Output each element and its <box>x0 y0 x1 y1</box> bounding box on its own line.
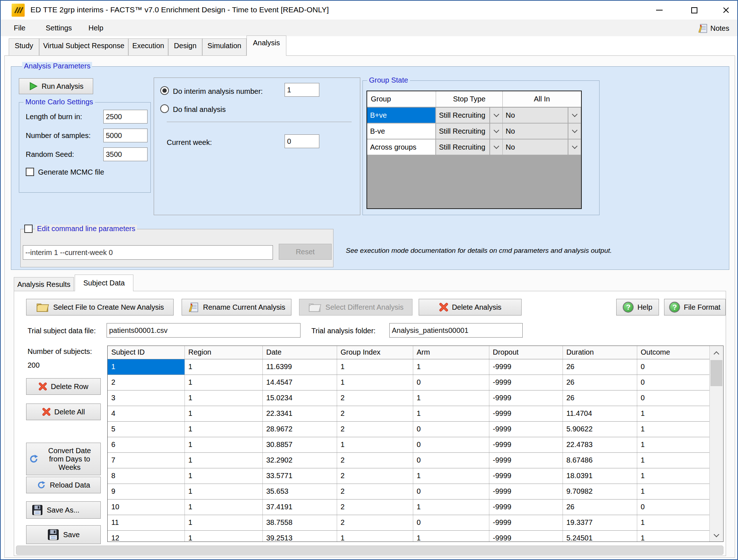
minimize-button[interactable] <box>653 4 666 16</box>
table-cell[interactable]: 11.4704 <box>563 406 637 421</box>
table-cell[interactable]: 9.70982 <box>563 484 637 499</box>
table-cell[interactable]: 8 <box>108 468 184 484</box>
table-cell[interactable]: 0 <box>413 421 489 437</box>
table-cell[interactable]: 18.0391 <box>563 468 637 484</box>
table-cell[interactable]: 1 <box>337 375 413 390</box>
final-analysis-radio[interactable] <box>160 104 169 113</box>
table-cell[interactable]: 1 <box>637 406 709 421</box>
table-cell[interactable]: 2 <box>337 421 413 437</box>
table-cell[interactable]: 0 <box>637 390 709 406</box>
table-cell[interactable]: 5.90622 <box>563 421 637 437</box>
table-cell[interactable]: -9999 <box>489 359 563 375</box>
samples-field[interactable] <box>103 129 148 142</box>
table-cell[interactable]: 6 <box>108 437 184 452</box>
table-cell[interactable]: 0 <box>413 515 489 530</box>
table-cell[interactable]: 1 <box>637 421 709 437</box>
table-cell[interactable]: 1 <box>184 359 262 375</box>
table-cell[interactable]: 19.3377 <box>563 515 637 530</box>
table-cell[interactable]: 1 <box>337 530 413 542</box>
table-cell[interactable]: -9999 <box>489 484 563 499</box>
table-cell[interactable]: 0 <box>413 484 489 499</box>
seed-field[interactable] <box>103 147 148 161</box>
table-cell[interactable]: 1 <box>184 390 262 406</box>
table-cell[interactable]: 5 <box>108 421 184 437</box>
col-duration[interactable]: Duration <box>563 346 637 359</box>
scroll-down-button[interactable] <box>710 529 723 542</box>
table-cell[interactable]: 4 <box>108 406 184 421</box>
table-cell[interactable]: -9999 <box>489 390 563 406</box>
close-button[interactable] <box>720 4 732 16</box>
table-cell[interactable]: 1 <box>413 359 489 375</box>
scrollbar-thumb[interactable] <box>710 360 722 386</box>
table-cell[interactable]: 14.4547 <box>262 375 337 390</box>
table-cell[interactable]: 1 <box>637 530 709 542</box>
table-cell[interactable]: 38.7558 <box>262 515 337 530</box>
table-cell[interactable]: 39.2513 <box>262 530 337 542</box>
table-cell[interactable]: 0 <box>637 499 709 515</box>
all-in-dropdown[interactable]: No <box>503 139 568 155</box>
table-cell[interactable]: 9 <box>108 484 184 499</box>
table-cell[interactable]: 22.4783 <box>563 437 637 452</box>
table-cell[interactable]: 2 <box>337 390 413 406</box>
table-cell[interactable]: 26 <box>563 359 637 375</box>
table-cell[interactable]: -9999 <box>489 515 563 530</box>
col-date[interactable]: Date <box>262 346 337 359</box>
table-cell[interactable]: 1 <box>184 530 262 542</box>
table-cell[interactable]: 1 <box>184 452 262 468</box>
tab-virtual-subject-response[interactable]: Virtual Subject Response <box>39 38 128 56</box>
table-cell[interactable]: 1 <box>413 406 489 421</box>
table-cell[interactable]: 1 <box>184 515 262 530</box>
table-cell[interactable]: -9999 <box>489 437 563 452</box>
table-cell[interactable]: 12 <box>108 530 184 542</box>
table-cell[interactable]: -9999 <box>489 530 563 542</box>
table-cell[interactable]: 0 <box>637 359 709 375</box>
table-cell[interactable]: -9999 <box>489 468 563 484</box>
table-cell[interactable]: 32.2902 <box>262 452 337 468</box>
col-outcome[interactable]: Outcome <box>637 346 709 359</box>
all-in-dropdown-button[interactable] <box>568 124 581 139</box>
table-cell[interactable]: 1 <box>184 375 262 390</box>
delete-row-button[interactable]: Delete Row <box>26 378 101 395</box>
horizontal-scrollbar[interactable] <box>16 546 724 555</box>
select-different-analysis-button[interactable]: Select Different Analysis <box>299 299 412 315</box>
table-cell[interactable]: 0 <box>413 437 489 452</box>
file-format-button[interactable]: ? File Format <box>664 299 726 315</box>
table-cell[interactable]: 33.5771 <box>262 468 337 484</box>
stop-type-dropdown-button[interactable] <box>490 124 503 139</box>
table-cell[interactable]: 3 <box>108 390 184 406</box>
stop-type-dropdown[interactable]: Still Recruiting <box>436 124 490 139</box>
table-cell[interactable]: -9999 <box>489 452 563 468</box>
table-cell[interactable]: 1 <box>637 452 709 468</box>
table-cell[interactable]: 1 <box>184 437 262 452</box>
table-cell[interactable]: 26 <box>563 375 637 390</box>
table-cell[interactable]: 2 <box>337 499 413 515</box>
table-cell[interactable]: 0 <box>637 375 709 390</box>
table-cell[interactable]: 2 <box>337 468 413 484</box>
table-cell[interactable]: 7 <box>108 452 184 468</box>
table-cell[interactable]: 2 <box>337 406 413 421</box>
group-cell[interactable]: B+ve <box>367 108 436 123</box>
col-subject-id[interactable]: Subject ID <box>108 346 184 359</box>
save-as-button[interactable]: Save As... <box>26 501 101 519</box>
table-cell[interactable]: -9999 <box>489 421 563 437</box>
delete-all-button[interactable]: Delete All <box>26 404 101 420</box>
table-cell[interactable]: 5.24501 <box>563 530 637 542</box>
run-analysis-button[interactable]: Run Analysis <box>19 78 93 94</box>
help-button[interactable]: ? Help <box>616 299 659 315</box>
all-in-dropdown-button[interactable] <box>568 139 581 155</box>
data-file-field[interactable] <box>107 323 300 338</box>
table-cell[interactable]: 1 <box>637 515 709 530</box>
vertical-scrollbar[interactable] <box>709 346 723 542</box>
table-cell[interactable]: -9999 <box>489 375 563 390</box>
table-cell[interactable]: -9999 <box>489 499 563 515</box>
table-cell[interactable]: 8.67486 <box>563 452 637 468</box>
table-cell[interactable]: 2 <box>337 452 413 468</box>
all-in-dropdown[interactable]: No <box>503 108 568 123</box>
col-dropout[interactable]: Dropout <box>489 346 563 359</box>
table-cell[interactable]: 2 <box>337 484 413 499</box>
menu-settings[interactable]: Settings <box>43 23 74 33</box>
reload-data-button[interactable]: Reload Data <box>26 477 101 493</box>
tab-subject-data[interactable]: Subject Data <box>75 275 133 291</box>
select-file-new-analysis-button[interactable]: Select File to Create New Analysis <box>26 299 174 315</box>
all-in-dropdown-button[interactable] <box>568 108 581 123</box>
